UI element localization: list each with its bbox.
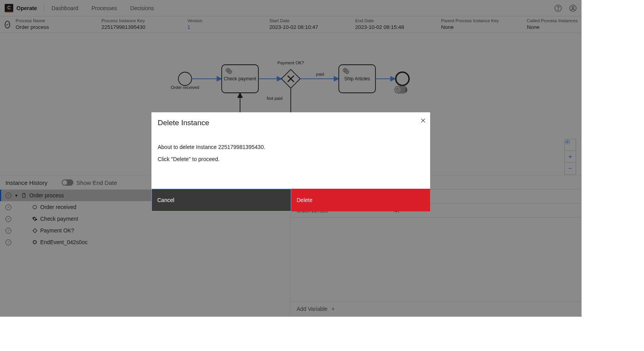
- cancel-button[interactable]: Cancel: [151, 189, 291, 211]
- modal-overlay: Delete Instance About to delete Instance…: [0, 0, 582, 317]
- modal-actions: Cancel Delete: [151, 189, 430, 211]
- modal-title: Delete Instance: [151, 112, 430, 130]
- modal-body: About to delete Instance 225179981395430…: [151, 130, 430, 189]
- modal-line: About to delete Instance 225179981395430…: [158, 141, 424, 153]
- delete-button[interactable]: Delete: [291, 189, 430, 211]
- modal-line: Click "Delete" to proceed.: [158, 153, 424, 165]
- delete-instance-modal: Delete Instance About to delete Instance…: [151, 112, 430, 211]
- close-icon[interactable]: [420, 117, 426, 123]
